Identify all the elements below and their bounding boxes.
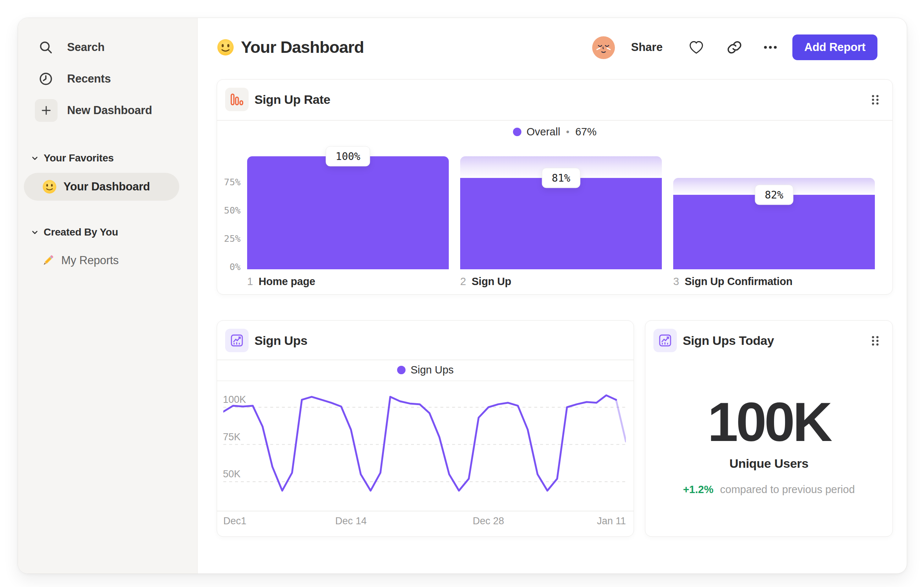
search-icon (38, 39, 54, 55)
metric-delta-row: +1.2% compared to previous period (645, 484, 893, 496)
drag-handle-icon[interactable] (869, 335, 881, 347)
funnel-x-label: 3Sign Up Confirmation (673, 276, 875, 288)
line-chart-icon (653, 329, 677, 352)
sidebar-item-your-dashboard[interactable]: Your Dashboard (24, 173, 179, 201)
legend-value: 67% (575, 126, 597, 138)
funnel-step-number: 3 (673, 276, 679, 288)
sidebar-section-created-by-you[interactable]: Created By You (18, 223, 197, 241)
funnel-y-tick: 25% (224, 233, 241, 244)
funnel-step-number: 1 (247, 276, 253, 288)
divider (217, 380, 634, 381)
drag-handle-icon[interactable] (869, 94, 881, 106)
funnel-step-name: Sign Up (472, 276, 511, 288)
delta-caption: compared to previous period (720, 484, 855, 495)
card-title: Sign Ups (254, 329, 307, 352)
line-y-tick: 50K (223, 468, 241, 480)
chart-baseline (217, 511, 634, 511)
funnel-chart-icon (225, 88, 249, 111)
legend-label: Sign Ups (411, 364, 454, 376)
smiley-emoji (217, 38, 234, 56)
funnel-fill-segment (673, 195, 875, 269)
sidebar-section-label: Created By You (44, 227, 118, 238)
chevron-down-icon (30, 227, 40, 237)
card-title: Sign Ups Today (683, 329, 774, 352)
line-x-tick: Jan 11 (597, 516, 626, 527)
funnel-x-label: 1Home page (247, 276, 449, 288)
line-chart-icon (225, 329, 249, 352)
sidebar-item-label: Recents (67, 72, 111, 86)
link-icon[interactable] (726, 38, 743, 56)
plus-icon (35, 99, 58, 122)
funnel-step-name: Sign Up Confirmation (685, 276, 792, 288)
sidebar-item-search[interactable]: Search (18, 36, 197, 59)
page-title: Your Dashboard (217, 36, 364, 59)
line-legend: Sign Ups (217, 363, 634, 376)
sidebar-item-my-reports[interactable]: My Reports (18, 250, 197, 271)
line-x-axis: Dec1Dec 14Dec 28Jan 11 (223, 516, 626, 529)
heart-icon[interactable] (688, 38, 705, 56)
funnel-x-axis: 1Home page2Sign Up3Sign Up Confirmation (247, 276, 875, 288)
funnel-x-label: 2Sign Up (460, 276, 662, 288)
sidebar-item-label: New Dashboard (67, 104, 152, 117)
line-x-tick: Dec 28 (473, 516, 504, 527)
smiley-emoji (42, 179, 57, 194)
avatar[interactable] (592, 36, 615, 59)
sidebar-item-label: My Reports (61, 254, 119, 267)
funnel-bar[interactable]: 82% (673, 156, 875, 269)
signup-rate-card: Sign Up Rate Overall • 67% 75%50%25%0% 1… (217, 79, 893, 294)
line-y-tick: 75K (223, 432, 241, 443)
legend-label: Overall (526, 126, 560, 138)
divider (217, 360, 634, 360)
funnel-bar[interactable]: 100% (247, 156, 449, 269)
signups-card: Sign Ups Sign Ups 100K75K50K Dec1Dec 14D… (217, 320, 634, 537)
more-options-icon[interactable] (762, 38, 779, 56)
sidebar-item-new-dashboard[interactable]: New Dashboard (18, 99, 197, 122)
funnel-y-tick: 75% (224, 177, 241, 187)
clock-icon (38, 71, 54, 87)
funnel-fill-segment (460, 178, 662, 269)
share-button[interactable]: Share (631, 36, 663, 59)
sidebar-item-label: Your Dashboard (63, 180, 150, 193)
delta-value: +1.2% (683, 484, 714, 495)
line-y-tick: 100K (223, 394, 246, 405)
funnel-legend: Overall • 67% (217, 125, 893, 138)
funnel-y-axis: 75%50%25%0% (221, 156, 241, 269)
line-x-tick: Dec1 (223, 516, 246, 527)
funnel-step-number: 2 (460, 276, 466, 288)
funnel-step-name: Home page (259, 276, 315, 288)
page-title-text: Your Dashboard (241, 38, 364, 57)
funnel-value-badge: 100% (326, 146, 370, 167)
metric-value: 100K (645, 390, 893, 454)
funnel-value-badge: 82% (755, 185, 794, 205)
funnel-plot: 100%81%82% (247, 156, 875, 269)
sidebar: Search Recents New Dashboard Your Favori… (18, 18, 198, 574)
signups-today-card: Sign Ups Today 100K Unique Users +1.2% c… (645, 320, 893, 537)
funnel-y-tick: 0% (229, 261, 241, 272)
divider (217, 120, 893, 121)
legend-dot (397, 366, 406, 374)
legend-dot (513, 128, 521, 136)
sidebar-item-recents[interactable]: Recents (18, 67, 197, 91)
card-title: Sign Up Rate (254, 88, 330, 111)
funnel-y-tick: 50% (224, 205, 241, 216)
sidebar-section-label: Your Favorites (44, 152, 114, 164)
funnel-bar[interactable]: 81% (460, 156, 662, 269)
chevron-down-icon (30, 153, 40, 163)
signups-line-chart[interactable] (223, 384, 626, 511)
pencil-emoji (41, 253, 55, 268)
legend-separator: • (566, 126, 569, 137)
funnel-value-badge: 81% (542, 168, 581, 188)
line-x-tick: Dec 14 (335, 516, 367, 527)
sidebar-item-label: Search (67, 41, 104, 54)
funnel-fill-segment (247, 156, 449, 269)
app-window: Search Recents New Dashboard Your Favori… (18, 18, 907, 574)
sidebar-section-your-favorites[interactable]: Your Favorites (18, 149, 197, 167)
add-report-button[interactable]: Add Report (792, 35, 878, 60)
metric-label: Unique Users (645, 456, 893, 471)
